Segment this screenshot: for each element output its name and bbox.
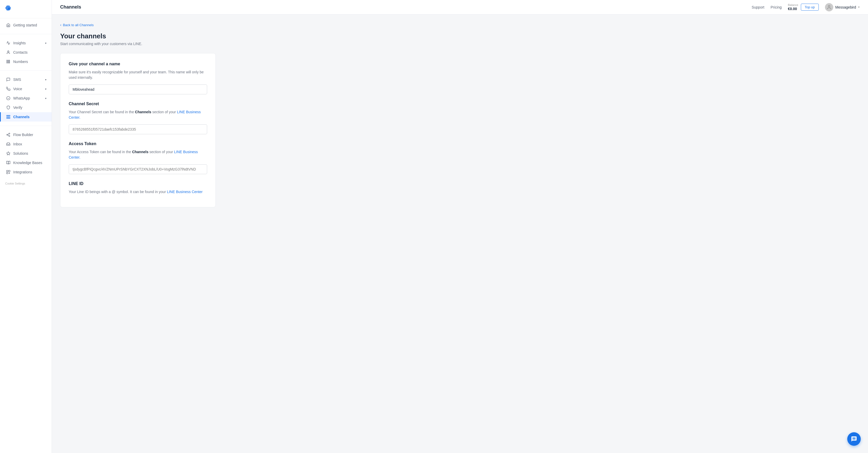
sidebar-item-flow-builder-label: Flow Builder xyxy=(13,133,33,137)
cookie-settings-link[interactable]: Cookie Settings xyxy=(5,182,25,185)
sidebar-top-section: Getting started xyxy=(0,19,52,32)
sidebar-item-inbox-label: Inbox xyxy=(13,142,22,146)
access-token-desc-mid: section of your xyxy=(149,150,174,154)
insights-chevron: ▾ xyxy=(45,42,46,44)
user-chevron: ▾ xyxy=(858,5,860,9)
channel-name-title: Give your channel a name xyxy=(69,62,207,66)
chat-fab-button[interactable] xyxy=(847,432,861,446)
sidebar-item-whatsapp[interactable]: WhatsApp ▾ xyxy=(0,94,52,103)
line-id-link[interactable]: LINE Business Center xyxy=(167,190,203,194)
channel-secret-description: Your Channel Secret can be found in the … xyxy=(69,109,207,120)
sidebar-item-insights[interactable]: Insights ▾ xyxy=(0,38,52,48)
back-chevron-icon: ‹ xyxy=(60,23,61,27)
balance-info: Balance €0.00 xyxy=(788,3,798,11)
svg-point-20 xyxy=(7,134,8,135)
channel-secret-input[interactable] xyxy=(69,124,207,134)
access-token-input[interactable] xyxy=(69,164,207,174)
support-link[interactable]: Support xyxy=(752,5,764,9)
sidebar-item-insights-label: Insights xyxy=(13,41,26,45)
svg-rect-4 xyxy=(7,61,7,62)
sidebar-item-channels-label: Channels xyxy=(13,115,30,119)
sidebar-middle-section: Insights ▾ Contacts Numbers xyxy=(0,36,52,68)
line-id-title: LINE ID xyxy=(69,182,207,186)
page-subtitle: Start communicating with your customers … xyxy=(60,42,860,46)
page-title: Your channels xyxy=(60,32,860,40)
svg-rect-5 xyxy=(8,61,8,62)
content-area: ‹ Back to all Channels Your channels Sta… xyxy=(52,14,868,453)
solutions-icon xyxy=(6,151,11,156)
sidebar-item-solutions[interactable]: Solutions xyxy=(0,149,52,158)
channel-secret-desc-pre: Your Channel Secret can be found in the xyxy=(69,110,135,114)
sidebar-item-contacts[interactable]: Contacts xyxy=(0,48,52,57)
shield-icon xyxy=(6,105,11,110)
header: Channels Support Pricing Balance €0.00 T… xyxy=(52,0,868,14)
sidebar-item-voice[interactable]: Voice ▾ xyxy=(0,84,52,94)
line-id-section: LINE ID Your Line ID beings with a @ sym… xyxy=(69,182,207,195)
sidebar-item-integrations-label: Integrations xyxy=(13,170,32,174)
svg-rect-26 xyxy=(8,170,10,171)
chart-icon xyxy=(6,41,11,45)
whatsapp-chevron: ▾ xyxy=(45,97,46,100)
integrations-icon xyxy=(6,170,11,174)
svg-rect-2 xyxy=(8,60,8,61)
sidebar-item-getting-started-label: Getting started xyxy=(13,23,37,27)
sidebar-item-channels[interactable]: Channels xyxy=(0,112,52,122)
sidebar-item-verify[interactable]: Verify xyxy=(0,103,52,112)
channel-name-description: Make sure it's easily recognizable for y… xyxy=(69,69,207,80)
svg-marker-24 xyxy=(6,152,10,155)
svg-rect-14 xyxy=(8,115,9,116)
svg-point-10 xyxy=(6,96,10,100)
access-token-desc-bold: Channels xyxy=(132,150,148,154)
access-token-section: Access Token Your Access Token can be fo… xyxy=(69,141,207,182)
access-token-description: Your Access Token can be found in the Ch… xyxy=(69,149,207,160)
sidebar-item-verify-label: Verify xyxy=(13,105,22,109)
avatar xyxy=(825,3,833,11)
sidebar-item-integrations[interactable]: Integrations xyxy=(0,167,52,177)
channel-secret-section: Channel Secret Your Channel Secret can b… xyxy=(69,102,207,141)
sidebar-logo xyxy=(0,0,52,19)
svg-point-21 xyxy=(9,135,10,137)
svg-rect-25 xyxy=(6,170,8,171)
svg-rect-7 xyxy=(7,62,7,63)
svg-rect-27 xyxy=(6,172,8,174)
back-to-channels-link[interactable]: ‹ Back to all Channels xyxy=(60,23,860,27)
message-icon xyxy=(6,77,11,82)
page-header-title: Channels xyxy=(60,4,752,10)
svg-line-23 xyxy=(8,134,9,134)
svg-point-0 xyxy=(7,51,9,52)
line-id-description: Your Line ID beings with a @ symbol. It … xyxy=(69,189,207,195)
svg-rect-1 xyxy=(7,60,7,61)
channels-icon xyxy=(6,115,11,119)
grid-icon xyxy=(6,59,11,64)
voice-chevron: ▾ xyxy=(45,88,46,91)
pricing-link[interactable]: Pricing xyxy=(771,5,782,9)
top-up-button[interactable]: Top up xyxy=(801,4,819,11)
sidebar-item-inbox[interactable]: Inbox xyxy=(0,139,52,149)
svg-rect-6 xyxy=(9,61,9,62)
sidebar-item-whatsapp-label: WhatsApp xyxy=(13,96,30,100)
channel-form-card: Give your channel a name Make sure it's … xyxy=(60,53,216,207)
sidebar-item-numbers-label: Numbers xyxy=(13,60,28,64)
sidebar-item-knowledge-bases[interactable]: Knowledge Bases xyxy=(0,158,52,167)
main-area: Channels Support Pricing Balance €0.00 T… xyxy=(52,0,868,453)
channel-name-input[interactable] xyxy=(69,85,207,94)
sidebar-item-solutions-label: Solutions xyxy=(13,151,28,156)
sidebar-item-getting-started[interactable]: Getting started xyxy=(0,21,52,30)
balance-amount: €0.00 xyxy=(788,7,798,11)
sidebar-item-numbers[interactable]: Numbers xyxy=(0,57,52,66)
sidebar-item-voice-label: Voice xyxy=(13,87,22,91)
sidebar-item-flow-builder[interactable]: Flow Builder xyxy=(0,130,52,139)
user-menu[interactable]: Messagebird ▾ xyxy=(825,3,860,11)
balance-label: Balance xyxy=(788,3,798,7)
sidebar-item-sms[interactable]: SMS ▾ xyxy=(0,75,52,84)
user-name: Messagebird xyxy=(835,5,856,9)
phone-icon xyxy=(6,87,11,91)
access-token-desc-pre: Your Access Token can be found in the xyxy=(69,150,132,154)
sidebar-item-knowledge-bases-label: Knowledge Bases xyxy=(13,161,42,165)
access-token-title: Access Token xyxy=(69,141,207,146)
svg-point-19 xyxy=(9,133,10,134)
knowledge-icon xyxy=(6,160,11,165)
svg-rect-9 xyxy=(9,62,9,63)
inbox-icon xyxy=(6,142,11,147)
person-icon xyxy=(6,50,11,55)
